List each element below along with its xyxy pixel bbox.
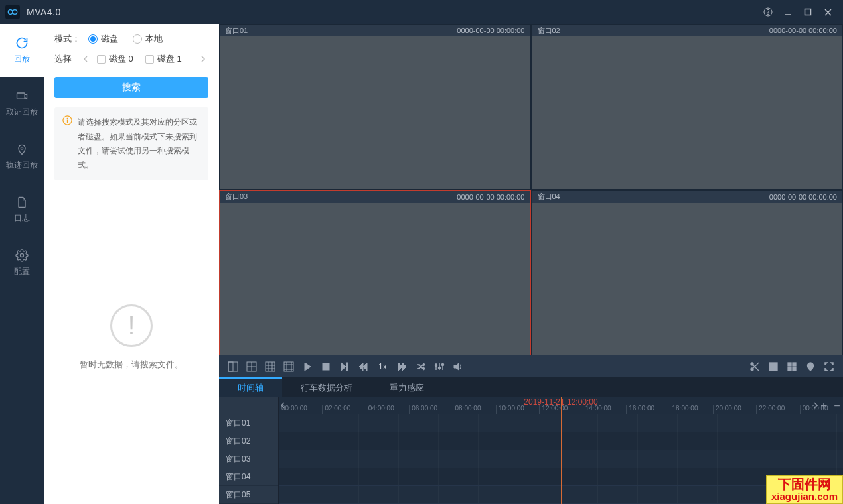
layout-4-icon[interactable] [281,359,296,374]
nav-label: 配置 [14,266,30,277]
ruler-prev-icon[interactable] [279,400,288,410]
nav-track-playback[interactable]: 轨迹回放 [0,130,44,183]
export-icon[interactable] [766,359,781,374]
fullscreen-icon[interactable] [822,359,836,374]
svg-point-0 [8,10,13,15]
search-button[interactable]: 搜索 [54,77,208,98]
tab-gravity[interactable]: 重力感应 [371,377,443,397]
svg-point-3 [767,14,768,15]
svg-point-37 [438,367,440,369]
svg-point-38 [441,363,443,365]
forward-icon[interactable] [395,359,410,374]
viewport-4[interactable]: 窗口040000-00-00 00:00:00 [532,190,844,356]
svg-rect-45 [793,367,796,371]
viewport-3[interactable]: 窗口030000-00-00 00:00:00 [219,190,531,356]
info-icon [62,115,72,125]
mode-label: 模式： [54,33,80,45]
svg-rect-5 [805,9,811,15]
ruler-tick: 14:00:00 [583,405,626,414]
ruler-tick: 06:00:00 [409,405,452,414]
side-panel: 模式： 磁盘 本地 选择 磁盘 0 磁盘 1 搜索 请选择搜索模式及其对应的分区… [44,24,219,504]
ruler-tick: 08:00:00 [453,405,496,414]
play-icon[interactable] [300,359,315,374]
svg-rect-8 [17,93,25,99]
grid-icon[interactable] [785,359,799,374]
app-title: MVA4.0 [27,7,61,17]
svg-point-46 [810,365,812,367]
chevron-right-icon[interactable] [196,53,208,65]
ruler-tick: 10:00:00 [496,405,539,414]
nav-evidence-playback[interactable]: 取证回放 [0,77,44,130]
checkbox-disk1[interactable]: 磁盘 1 [145,53,182,65]
maximize-icon[interactable] [798,2,818,22]
svg-point-9 [21,147,23,149]
zoom-out-icon[interactable]: − [832,400,842,412]
select-label: 选择 [54,53,72,65]
timeline-row-label: 窗口01 [219,414,278,432]
chevron-left-icon[interactable] [80,53,92,65]
svg-rect-43 [793,363,796,366]
info-box: 请选择搜索模式及其对应的分区或者磁盘。如果当前模式下未搜索到文件，请尝试使用另一… [54,107,208,180]
timeline-row-label: 窗口05 [219,486,278,504]
watermark: 下固件网 xiagujian.com [766,475,843,504]
close-icon[interactable] [818,2,838,22]
main-area: 窗口010000-00-00 00:00:00 窗口020000-00-00 0… [219,24,843,504]
step-icon[interactable] [337,359,352,374]
titlebar: MVA4.0 [0,0,843,24]
svg-rect-32 [346,363,348,371]
bottom-tabs: 时间轴 行车数据分析 重力感应 [219,377,843,397]
nav-log[interactable]: 日志 [0,183,44,236]
timeline-labels: 窗口01 窗口02 窗口03 窗口04 窗口05 [219,397,279,504]
nav-label: 日志 [14,213,30,224]
nav-label: 取证回放 [6,107,38,118]
playhead[interactable] [561,397,562,504]
minimize-icon[interactable] [778,2,798,22]
app-logo [5,5,20,19]
rewind-icon[interactable] [356,359,370,374]
empty-state: ! 暂时无数据，请搜索文件。 [54,180,208,495]
nav-playback[interactable]: 回放 [0,24,44,77]
timeline-body[interactable]: 2019-11-21 12:00:00 00:00:0002:00:0004:0… [279,397,843,504]
checkbox-disk0[interactable]: 磁盘 0 [97,53,133,65]
tab-timeline[interactable]: 时间轴 [219,377,282,397]
timeline: 窗口01 窗口02 窗口03 窗口04 窗口05 2019-11-21 12:0… [219,397,843,504]
radio-local[interactable]: 本地 [133,33,163,45]
svg-rect-15 [228,362,233,371]
viewport-1[interactable]: 窗口010000-00-00 00:00:00 [219,24,531,190]
svg-point-10 [21,253,24,257]
ruler-tick: 18:00:00 [670,405,713,414]
svg-rect-42 [788,363,791,366]
ruler-tick: 04:00:00 [366,405,409,414]
layout-3-icon[interactable] [263,359,277,374]
sliders-icon[interactable] [432,359,447,374]
svg-point-12 [67,118,68,119]
nav-rail: 回放 取证回放 轨迹回放 日志 配置 [0,24,44,504]
svg-point-39 [751,363,753,365]
radio-disk[interactable]: 磁盘 [88,33,118,45]
timeline-row-label: 窗口04 [219,468,278,486]
layout-2-icon[interactable] [244,359,259,374]
volume-icon[interactable] [451,359,465,374]
scissors-icon[interactable] [747,359,762,374]
stop-icon[interactable] [319,359,333,374]
help-icon[interactable] [758,2,778,22]
svg-point-36 [435,364,437,366]
nav-label: 回放 [14,54,30,65]
zoom-in-icon[interactable]: + [819,400,828,412]
ruler-tick: 22:00:00 [756,405,799,414]
shuffle-icon[interactable] [414,359,428,374]
svg-point-1 [13,10,17,15]
info-text: 请选择搜索模式及其对应的分区或者磁盘。如果当前模式下未搜索到文件，请尝试使用另一… [78,115,200,172]
layout-1-icon[interactable] [226,359,240,374]
speed-label: 1x [374,362,391,371]
svg-rect-13 [67,120,68,123]
svg-rect-19 [266,362,275,371]
location-icon[interactable] [803,359,818,374]
svg-rect-31 [323,363,329,370]
viewport-grid: 窗口010000-00-00 00:00:00 窗口020000-00-00 0… [219,24,843,355]
tab-drive-data[interactable]: 行车数据分析 [282,377,371,397]
viewport-2[interactable]: 窗口020000-00-00 00:00:00 [532,24,844,190]
svg-point-40 [751,368,753,371]
svg-rect-44 [788,367,791,371]
nav-config[interactable]: 配置 [0,236,44,289]
